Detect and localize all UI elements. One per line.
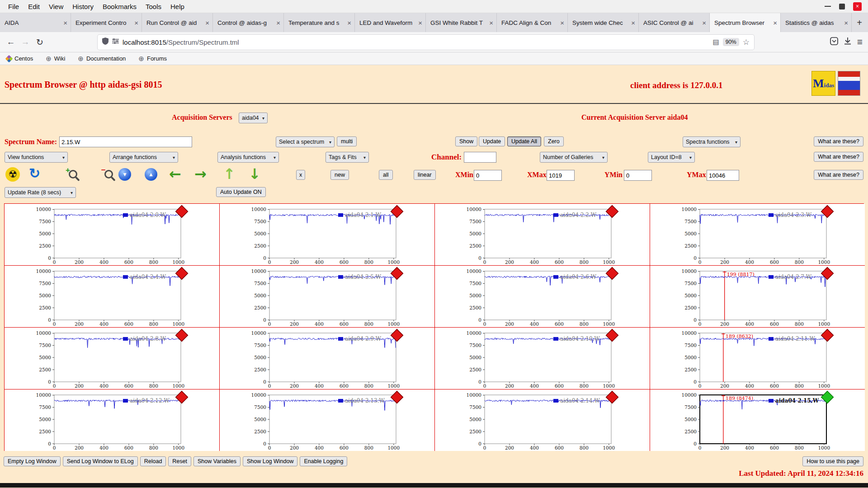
ymin-input[interactable]: [624, 170, 652, 181]
footer-show-log-window[interactable]: Show Log Window: [243, 456, 298, 466]
forward-button[interactable]: →: [18, 35, 33, 49]
menu-tools[interactable]: Tools: [141, 0, 166, 13]
footer-reset[interactable]: Reset: [168, 456, 191, 466]
footer-show-variables[interactable]: Show Variables: [193, 456, 241, 466]
menu-view[interactable]: View: [44, 0, 68, 13]
tab-close-icon[interactable]: ×: [276, 19, 280, 27]
bookmark-forums[interactable]: ⊕Forums: [138, 55, 167, 62]
tab-close-icon[interactable]: ×: [560, 19, 564, 27]
tab-close-icon[interactable]: ×: [489, 19, 493, 27]
new-tab-button[interactable]: +: [852, 13, 867, 32]
auto-update-button[interactable]: Auto Update ON: [216, 187, 266, 197]
tab-close-icon[interactable]: ×: [205, 19, 209, 27]
reader-mode-icon[interactable]: ▤: [713, 38, 719, 46]
what-are-these-button[interactable]: What are these?: [814, 170, 863, 180]
url-bar[interactable]: localhost:8015/Spectrum/Spectrum.tml ▤ 9…: [98, 35, 754, 50]
tab-close-icon[interactable]: ×: [631, 19, 635, 27]
tab-close-icon[interactable]: ×: [702, 19, 706, 27]
tab-run-control-aid[interactable]: Run Control @ aid×: [142, 13, 213, 32]
shield-icon[interactable]: [102, 38, 108, 47]
back-button[interactable]: ←: [4, 35, 18, 49]
bookmark-star-icon[interactable]: ☆: [743, 38, 750, 47]
spectrum-plot-aida04-2-7-w[interactable]: 02500500075001000002004006008001000199 (…: [650, 266, 865, 328]
spectrum-plot-aida04-2-13-w[interactable]: 02500500075001000002004006008001000aida0…: [220, 389, 435, 451]
multi-button[interactable]: multi: [337, 136, 357, 146]
tab-experiment-contro[interactable]: Experiment Contro×: [71, 13, 142, 32]
close-button[interactable]: ×: [853, 2, 862, 11]
channel-input[interactable]: [464, 152, 496, 163]
update-all-button[interactable]: Update All: [507, 136, 541, 146]
arrow-right-icon[interactable]: →: [194, 166, 207, 182]
show-button[interactable]: Show: [455, 136, 477, 146]
spectrum-plot-aida04-2-3-w[interactable]: 02500500075001000002004006008001000aida0…: [650, 204, 865, 266]
view-functions-select[interactable]: View functions▾: [5, 152, 68, 163]
spectrum-plot-aida04-2-5-w[interactable]: 02500500075001000002004006008001000aida0…: [220, 266, 435, 328]
tab-close-icon[interactable]: ×: [347, 19, 351, 27]
minimize-button[interactable]: [825, 6, 831, 7]
footer-reload[interactable]: Reload: [140, 456, 166, 466]
maximize-button[interactable]: [839, 4, 845, 9]
bookmark-documentation[interactable]: ⊕Documentation: [78, 55, 126, 62]
tab-aida[interactable]: AIDA×: [0, 13, 71, 32]
pocket-icon[interactable]: [830, 37, 838, 47]
footer-empty-log-window[interactable]: Empty Log Window: [4, 456, 61, 466]
spectrum-plot-aida04-2-8-w[interactable]: 02500500075001000002004006008001000aida0…: [5, 328, 220, 389]
spectrum-plot-aida04-2-0-w[interactable]: 02500500075001000002004006008001000aida0…: [5, 204, 220, 266]
spectrum-plot-aida04-2-11-w[interactable]: 02500500075001000002004006008001000189 (…: [650, 328, 865, 389]
tab-close-icon[interactable]: ×: [134, 19, 138, 27]
menu-icon[interactable]: ≡: [857, 37, 863, 47]
spectrum-plot-aida04-2-10-w[interactable]: 02500500075001000002004006008001000aida0…: [435, 328, 650, 389]
reload-button[interactable]: ↻: [33, 35, 47, 49]
tab-temperature-and-s[interactable]: Temperature and s×: [284, 13, 355, 32]
arrange-functions-select[interactable]: Arrange functions▾: [109, 152, 178, 163]
spectra-functions-select[interactable]: Spectra functions▾: [683, 136, 741, 147]
linear-button[interactable]: linear: [414, 170, 436, 180]
zoom-indicator[interactable]: 90%: [723, 38, 739, 46]
menu-history[interactable]: History: [68, 0, 98, 13]
zero-button[interactable]: Zero: [544, 136, 564, 146]
footer-enable-logging[interactable]: Enable Logging: [300, 456, 347, 466]
spectrum-plot-aida04-2-2-w[interactable]: 02500500075001000002004006008001000aida0…: [435, 204, 650, 266]
spectrum-plot-aida04-2-15-w[interactable]: 02500500075001000002004006008001000189 (…: [650, 389, 865, 451]
refresh-icon[interactable]: ↻: [29, 166, 40, 181]
arrow-left-icon[interactable]: ←: [169, 166, 181, 182]
tab-spectrum-browser[interactable]: Spectrum Browser×: [710, 13, 781, 32]
tab-gsi-white-rabbit-t[interactable]: GSI White Rabbit T×: [426, 13, 497, 32]
x-button[interactable]: x: [296, 170, 305, 180]
spectrum-plot-aida04-2-4-w[interactable]: 02500500075001000002004006008001000aida0…: [5, 266, 220, 328]
update-button[interactable]: Update: [479, 136, 505, 146]
bookmark-centos[interactable]: Centos: [6, 55, 33, 62]
num-galleries-select[interactable]: Number of Galleries▾: [540, 152, 608, 163]
tab-close-icon[interactable]: ×: [418, 19, 422, 27]
xmin-input[interactable]: [474, 170, 502, 181]
expand-y-icon[interactable]: ▲: [145, 168, 157, 181]
xmax-input[interactable]: [547, 170, 575, 181]
spectrum-plot-aida04-2-14-w[interactable]: 02500500075001000002004006008001000aida0…: [435, 389, 650, 451]
acquisition-server-select[interactable]: aida04▾: [239, 113, 268, 123]
what-are-these-button[interactable]: What are these?: [814, 152, 863, 162]
help-button[interactable]: How to use this page: [802, 456, 863, 466]
bookmark-wiki[interactable]: ⊕Wiki: [46, 55, 65, 62]
tab-close-icon[interactable]: ×: [63, 19, 67, 27]
permissions-icon[interactable]: [112, 38, 119, 46]
tab-asic-control-ai[interactable]: ASIC Control @ ai×: [639, 13, 710, 32]
tab-close-icon[interactable]: ×: [773, 19, 777, 27]
update-rate-select[interactable]: Update Rate (8 secs)▾: [5, 187, 76, 198]
menu-edit[interactable]: Edit: [24, 0, 44, 13]
menu-bookmarks[interactable]: Bookmarks: [98, 0, 141, 13]
new-button[interactable]: new: [330, 170, 349, 180]
tags-fits-select[interactable]: Tags & Fits▾: [326, 152, 369, 163]
footer-send-log-window-to-elog[interactable]: Send Log Window to ELog: [63, 456, 138, 466]
analysis-functions-select[interactable]: Analysis functions▾: [217, 152, 279, 163]
tab-fadc-align-con[interactable]: FADC Align & Con×: [497, 13, 568, 32]
tab-led-and-waveform[interactable]: LED and Waveform×: [355, 13, 426, 32]
spectrum-name-input[interactable]: [59, 136, 192, 147]
all-button[interactable]: all: [379, 170, 393, 180]
tab-statistics-aidas[interactable]: Statistics @ aidas×: [781, 13, 852, 32]
menu-help[interactable]: Help: [166, 0, 189, 13]
zoom-out-icon[interactable]: −: [104, 170, 113, 178]
spectrum-plot-aida04-2-9-w[interactable]: 02500500075001000002004006008001000aida0…: [220, 328, 435, 389]
arrow-up-icon[interactable]: ↑: [223, 166, 236, 182]
downloads-icon[interactable]: [844, 37, 852, 47]
radiation-icon[interactable]: ☢: [5, 167, 20, 182]
